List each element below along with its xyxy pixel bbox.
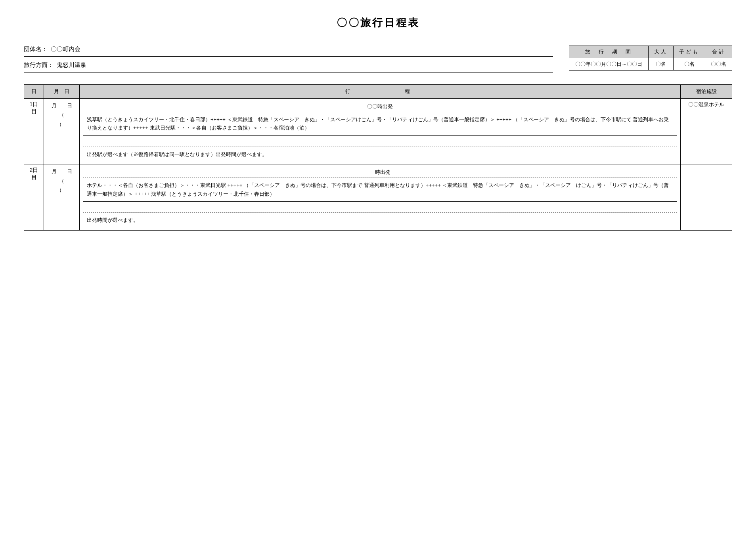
itinerary-title-0-0: 〇〇時出発 bbox=[83, 101, 677, 112]
adult-value: 〇名 bbox=[649, 58, 674, 71]
itinerary-cell-0: 〇〇時出発浅草駅（とうきょうスカイツリー・北千住・春日部）+++++ ＜東武鉄道… bbox=[80, 99, 681, 164]
day-cell-0: 1日目 bbox=[24, 99, 44, 164]
info-left: 団体名： 〇〇町内会 旅行方面： 鬼怒川温泉 bbox=[24, 46, 553, 72]
itinerary-title-1-0: 時出発 bbox=[83, 167, 677, 178]
period-header: 旅 行 期 間 bbox=[569, 46, 649, 58]
adult-header: 大人 bbox=[649, 46, 674, 58]
date-cell-1: 月 日（） bbox=[44, 164, 80, 230]
itinerary-spacer-1-2 bbox=[83, 202, 677, 213]
info-section: 団体名： 〇〇町内会 旅行方面： 鬼怒川温泉 旅 行 期 間 大人 子ども 合計… bbox=[24, 46, 732, 72]
children-header: 子ども bbox=[674, 46, 705, 58]
main-table: 日 月 日 行 程 宿泊施設 1日目月 日（）〇〇時出発浅草駅（とうきょうスカイ… bbox=[24, 84, 732, 231]
col-accommodation-header: 宿泊施設 bbox=[681, 85, 732, 99]
group-name: 〇〇町内会 bbox=[51, 46, 80, 53]
col-day-header: 日 bbox=[24, 85, 44, 99]
itinerary-cell-1: 時出発ホテル・・・＜各自（お客さまご負担）＞・・・東武日光駅 +++++ （「ス… bbox=[80, 164, 681, 230]
itinerary-body-bottom-0-3: 出発駅が選べます（※復路帰着駅は同一駅となります）出発時間が選べます。 bbox=[83, 147, 677, 162]
col-date-header: 月 日 bbox=[44, 85, 80, 99]
accommodation-cell-1 bbox=[681, 164, 732, 230]
date-cell-0: 月 日（） bbox=[44, 99, 80, 164]
period-value: 〇〇年〇〇月〇〇日～〇〇日 bbox=[569, 58, 649, 71]
destination-label: 旅行方面： bbox=[24, 61, 54, 69]
total-value: 〇〇名 bbox=[705, 58, 732, 71]
group-name-row: 団体名： 〇〇町内会 bbox=[24, 46, 553, 57]
day-cell-1: 2日目 bbox=[24, 164, 44, 230]
itinerary-body-0-1: 浅草駅（とうきょうスカイツリー・北千住・春日部）+++++ ＜東武鉄道 特急「ス… bbox=[83, 112, 677, 136]
destination: 鬼怒川温泉 bbox=[57, 61, 86, 69]
children-value: 〇名 bbox=[674, 58, 705, 71]
travel-info-table: 旅 行 期 間 大人 子ども 合計 〇〇年〇〇月〇〇日～〇〇日 〇名 〇名 〇〇… bbox=[569, 46, 732, 71]
itinerary-spacer-0-2 bbox=[83, 136, 677, 147]
info-right: 旅 行 期 間 大人 子ども 合計 〇〇年〇〇月〇〇日～〇〇日 〇名 〇名 〇〇… bbox=[569, 46, 732, 71]
group-label: 団体名： bbox=[24, 46, 48, 53]
page-title: 〇〇旅行日程表 bbox=[24, 16, 732, 30]
destination-row: 旅行方面： 鬼怒川温泉 bbox=[24, 61, 553, 72]
col-itinerary-header: 行 程 bbox=[80, 85, 681, 99]
total-header: 合計 bbox=[705, 46, 732, 58]
accommodation-cell-0: 〇〇温泉ホテル bbox=[681, 99, 732, 164]
itinerary-body-1-1: ホテル・・・＜各自（お客さまご負担）＞・・・東武日光駅 +++++ （「スペーシ… bbox=[83, 178, 677, 202]
itinerary-body-bottom-1-3: 出発時間が選べます。 bbox=[83, 213, 677, 227]
